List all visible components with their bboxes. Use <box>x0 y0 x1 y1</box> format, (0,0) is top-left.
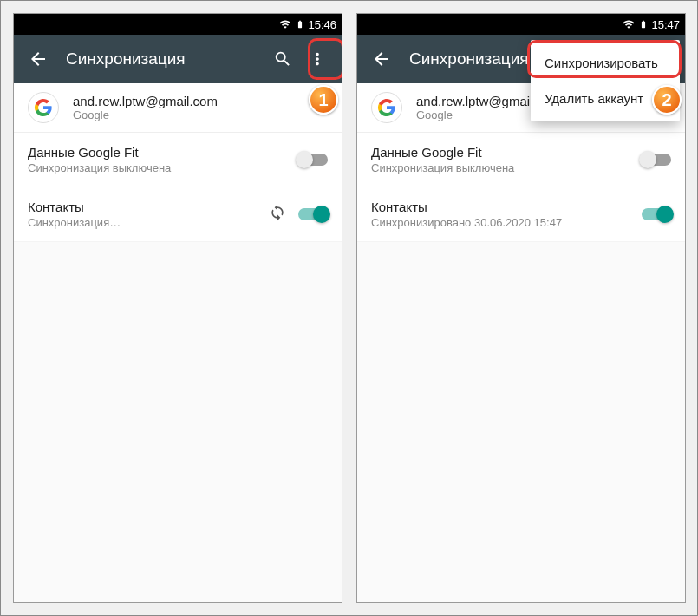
sync-item-label: Данные Google Fit <box>28 145 298 160</box>
overflow-menu-button[interactable] <box>300 42 335 76</box>
status-bar: 15:47 <box>357 14 685 35</box>
status-bar: 15:46 <box>14 14 342 35</box>
phone-right: 15:47 Синхронизация and.rew.lptw@gmail.c… <box>356 13 686 603</box>
annotation-badge: 2 <box>652 85 682 115</box>
wifi-icon <box>278 18 292 30</box>
sync-toggle[interactable] <box>298 208 328 220</box>
sync-item-google-fit[interactable]: Данные Google Fit Синхронизация выключен… <box>357 133 685 187</box>
arrow-back-icon <box>28 49 49 69</box>
sync-item-sub: Синхронизация выключена <box>28 161 298 174</box>
google-logo-icon <box>371 92 402 123</box>
sync-progress-icon <box>269 204 286 225</box>
back-button[interactable] <box>21 42 55 76</box>
sync-item-google-fit[interactable]: Данные Google Fit Синхронизация выключен… <box>14 133 342 187</box>
wifi-icon <box>622 18 636 30</box>
sync-toggle[interactable] <box>642 154 671 166</box>
account-email: and.rew.lptw@gmail.com <box>73 94 218 108</box>
status-time: 15:47 <box>651 18 680 31</box>
search-icon <box>273 49 292 69</box>
sync-toggle[interactable] <box>642 208 671 220</box>
status-time: 15:46 <box>308 18 336 31</box>
menu-item-sync-now[interactable]: Синхронизировать <box>531 45 680 81</box>
phone-left: 15:46 Синхронизация and.rew.lptw@gmail.c… <box>13 13 342 603</box>
sync-item-label: Контакты <box>28 200 269 214</box>
sync-item-contacts[interactable]: Контакты Синхронизация… <box>14 187 342 242</box>
sync-item-sub: Синхронизация выключена <box>371 161 642 174</box>
search-button[interactable] <box>265 42 300 76</box>
annotation-badge: 1 <box>309 85 338 115</box>
toolbar: Синхронизация <box>14 35 342 83</box>
sync-item-sub: Синхронизировано 30.06.2020 15:47 <box>371 216 642 229</box>
sync-item-label: Данные Google Fit <box>371 145 642 160</box>
sync-item-label: Контакты <box>371 200 642 214</box>
sync-item-contacts[interactable]: Контакты Синхронизировано 30.06.2020 15:… <box>357 187 685 242</box>
battery-icon <box>639 17 648 31</box>
toolbar-title: Синхронизация <box>55 49 265 69</box>
more-vert-icon <box>308 49 327 69</box>
account-provider: Google <box>73 108 218 121</box>
account-row[interactable]: and.rew.lptw@gmail.com Google <box>14 83 342 133</box>
google-logo-icon <box>28 92 59 123</box>
sync-toggle[interactable] <box>298 154 328 166</box>
battery-icon <box>296 17 304 31</box>
sync-item-sub: Синхронизация… <box>28 216 269 229</box>
arrow-back-icon <box>371 49 392 69</box>
back-button[interactable] <box>364 42 399 76</box>
